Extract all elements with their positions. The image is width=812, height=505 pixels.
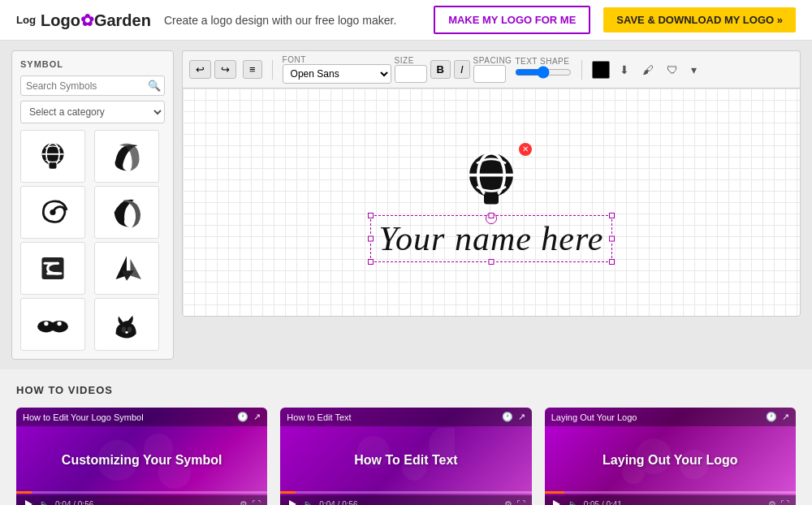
text-align-button[interactable]: ≡ — [243, 60, 262, 79]
settings-icon-1[interactable]: ⚙ — [240, 499, 248, 506]
fullscreen-icon-3[interactable]: ⛶ — [780, 499, 789, 505]
play-triangle-1 — [25, 500, 32, 505]
symbol-item[interactable] — [94, 298, 159, 351]
history-group: ↩ ↪ — [189, 60, 236, 79]
color-swatch[interactable] — [592, 61, 610, 79]
save-logo-button[interactable]: SAVE & DOWNLOAD MY LOGO » — [603, 7, 796, 32]
logo-symbol-container[interactable]: ✕ — [451, 143, 532, 219]
svg-text:Garden: Garden — [35, 19, 36, 27]
handle-br[interactable] — [609, 259, 615, 265]
bold-button[interactable]: B — [430, 60, 451, 79]
video-progress-bar-1 — [16, 491, 267, 494]
dropdown-button[interactable]: ▾ — [688, 62, 700, 78]
toolbar: ↩ ↪ ≡ FONT Open Sans Arial Times New Rom… — [182, 50, 801, 88]
symbol-item[interactable] — [94, 242, 159, 295]
clock-icon-3: 🕐 — [766, 412, 777, 422]
redo-button[interactable]: ↪ — [214, 60, 236, 79]
download-icon-button[interactable]: ⬇ — [616, 62, 633, 78]
video-footer-3: 🔈 0:05 / 0:41 ⚙ ⛶ — [545, 495, 796, 505]
shield-icon-button[interactable]: 🛡 — [663, 62, 681, 78]
svg-point-18 — [122, 326, 126, 332]
settings-icon-3[interactable]: ⚙ — [768, 499, 776, 506]
video-header-icons-3: 🕐 ↗ — [766, 412, 789, 422]
handle-bl[interactable] — [368, 259, 374, 265]
symbol-item[interactable] — [94, 186, 159, 239]
handle-bm[interactable] — [488, 259, 494, 265]
how-to-section: HOW TO VIDEOS How to Edit Your Logo Symb… — [0, 369, 812, 505]
volume-icon-2[interactable]: 🔈 — [303, 499, 314, 506]
clock-icon-2: 🕐 — [502, 412, 513, 422]
handle-ml[interactable] — [368, 235, 374, 241]
video-header-2: How to Edit Text 🕐 ↗ — [280, 408, 531, 426]
logo-area: Logo ✿ Garden Logo✿Garden — [16, 11, 151, 30]
symbol-item[interactable] — [94, 130, 159, 183]
svg-point-7 — [50, 209, 55, 215]
handle-tm[interactable] — [488, 213, 494, 218]
how-to-title: HOW TO VIDEOS — [16, 384, 796, 396]
make-logo-button[interactable]: MAKE MY LOGO FOR ME — [434, 6, 590, 34]
handle-mr[interactable] — [609, 235, 615, 241]
video-progress-fill-1 — [16, 491, 32, 494]
size-input[interactable]: 48 — [395, 65, 427, 83]
font-group: FONT Open Sans Arial Times New Roman SIZ… — [283, 55, 572, 84]
svg-point-19 — [127, 326, 132, 332]
video-title-1: How to Edit Your Logo Symbol — [23, 412, 144, 422]
video-header-1: How to Edit Your Logo Symbol 🕐 ↗ — [16, 408, 267, 426]
symbol-panel: SYMBOL 🔍 Select a category Animals Busin… — [11, 50, 174, 360]
video-progress-fill-3 — [545, 491, 565, 494]
share-icon-1[interactable]: ↗ — [253, 412, 261, 422]
play-button-1[interactable] — [23, 499, 34, 505]
volume-icon-1[interactable]: 🔈 — [39, 499, 50, 506]
symbol-panel-title: SYMBOL — [20, 59, 165, 69]
video-footer-1: 🔈 0:04 / 0:56 ⚙ ⛶ — [16, 495, 267, 505]
svg-point-17 — [57, 322, 61, 326]
paint-bucket-button[interactable]: 🖌 — [639, 62, 657, 78]
italic-button[interactable]: I — [454, 60, 470, 79]
video-header-3: Laying Out Your Logo 🕐 ↗ — [545, 408, 796, 426]
video-header-icons-1: 🕐 ↗ — [237, 412, 261, 422]
play-button-2[interactable] — [287, 499, 298, 505]
video-card-1[interactable]: How to Edit Your Logo Symbol 🕐 ↗ Customi… — [16, 408, 267, 505]
play-button-3[interactable] — [551, 499, 563, 505]
size-label: SIZE — [395, 56, 427, 65]
video-center-title-3: Laying Out Your Logo — [557, 453, 783, 468]
settings-icon-2[interactable]: ⚙ — [504, 499, 512, 506]
undo-button[interactable]: ↩ — [189, 60, 211, 79]
video-card-3[interactable]: Laying Out Your Logo 🕐 ↗ Laying Out Your… — [545, 408, 796, 505]
fullscreen-icon-1[interactable]: ⛶ — [252, 499, 261, 505]
handle-tr[interactable] — [609, 213, 615, 218]
share-icon-2[interactable]: ↗ — [518, 412, 525, 422]
video-footer-icons-3: ⚙ ⛶ — [768, 499, 789, 506]
svg-rect-6 — [50, 163, 57, 169]
volume-icon-3[interactable]: 🔈 — [568, 499, 579, 506]
video-time-2: 0:04 / 0:56 — [319, 500, 499, 506]
share-icon-3[interactable]: ↗ — [782, 412, 789, 422]
symbol-item[interactable] — [20, 186, 85, 239]
video-card-2[interactable]: How to Edit Text 🕐 ↗ How To Edit Text 🔈 … — [280, 408, 531, 505]
font-select[interactable]: Open Sans Arial Times New Roman — [283, 64, 391, 84]
symbol-item[interactable] — [20, 242, 85, 295]
video-center-title-2: How To Edit Text — [293, 453, 519, 468]
header-tagline: Create a logo design with our free logo … — [164, 14, 421, 27]
fullscreen-icon-2[interactable]: ⛶ — [516, 499, 525, 505]
divider — [272, 60, 273, 80]
font-label: FONT — [283, 55, 391, 64]
svg-rect-8 — [42, 257, 64, 279]
symbol-item[interactable] — [20, 130, 85, 183]
symbol-grid — [20, 130, 165, 351]
symbol-item[interactable] — [20, 298, 85, 351]
divider2 — [581, 60, 582, 80]
spacing-label: SPACING — [473, 56, 512, 65]
handle-tl[interactable] — [368, 213, 374, 218]
text-shape-slider[interactable] — [515, 66, 572, 79]
category-select[interactable]: Select a category Animals Business Natur… — [20, 101, 165, 123]
text-shape-label: TEXT SHAPE — [515, 57, 572, 66]
canvas-logo-text[interactable]: Your name here — [379, 220, 604, 257]
logo-text-container[interactable]: Your name here — [370, 215, 613, 262]
spacing-input[interactable]: 0 — [473, 65, 506, 83]
video-grid: How to Edit Your Logo Symbol 🕐 ↗ Customi… — [16, 408, 796, 505]
search-input[interactable] — [26, 80, 148, 92]
symbol-delete-button[interactable]: ✕ — [519, 143, 532, 156]
svg-text:Logo: Logo — [16, 14, 36, 26]
video-footer-icons-2: ⚙ ⛶ — [504, 499, 525, 506]
